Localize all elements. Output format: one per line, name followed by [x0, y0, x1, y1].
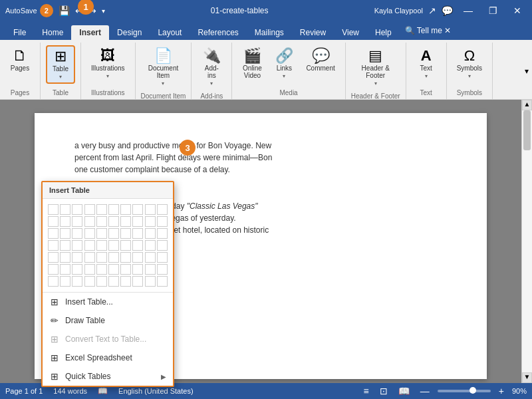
quick-tables-item[interactable]: ⊞ Quick Tables ▶: [43, 367, 173, 386]
table-grid-cell[interactable]: [157, 264, 168, 275]
headerfooter-button[interactable]: ▤ Header &Footer ▾: [357, 45, 394, 90]
table-grid-cell[interactable]: [145, 216, 156, 227]
table-grid-cell[interactable]: [132, 264, 143, 275]
table-grid-cell[interactable]: [48, 240, 59, 251]
table-grid-cell[interactable]: [84, 276, 95, 287]
tab-references[interactable]: References: [190, 25, 246, 40]
table-grid-cell[interactable]: [145, 264, 156, 275]
addins-button[interactable]: 🔌 Add-ins ▾: [197, 45, 226, 90]
table-button[interactable]: ⊞ Table ▾: [46, 45, 75, 84]
table-grid-cell[interactable]: [157, 204, 168, 215]
table-grid-cell[interactable]: [84, 264, 95, 275]
table-grid-cell[interactable]: [96, 276, 107, 287]
table-grid-cell[interactable]: [108, 252, 119, 263]
table-grid-cell[interactable]: [145, 240, 156, 251]
table-grid-cell[interactable]: [96, 240, 107, 251]
close-button[interactable]: ✕: [508, 3, 527, 19]
table-grid-cell[interactable]: [132, 240, 143, 251]
pages-button[interactable]: 🗋 Pages: [5, 45, 35, 75]
links-button[interactable]: 🔗 Links ▾: [269, 45, 299, 82]
table-grid-cell[interactable]: [60, 264, 70, 275]
table-grid-cell[interactable]: [72, 264, 82, 275]
view-layout-icon[interactable]: ⊡: [377, 386, 390, 396]
table-grid-cell[interactable]: [157, 240, 168, 251]
tab-design[interactable]: Design: [109, 25, 150, 40]
table-grid-cell[interactable]: [157, 228, 168, 239]
view-read-icon[interactable]: 📖: [396, 386, 412, 396]
zoom-in-button[interactable]: +: [496, 386, 507, 396]
table-grid-cell[interactable]: [108, 228, 119, 239]
table-grid-cell[interactable]: [96, 252, 107, 263]
scroll-up-button[interactable]: ▲: [522, 100, 532, 110]
comment-button[interactable]: 💬 Comment: [301, 45, 339, 75]
table-grid-cell[interactable]: [132, 252, 143, 263]
table-grid-cell[interactable]: [84, 216, 95, 227]
table-grid-cell[interactable]: [72, 216, 82, 227]
table-grid-cell[interactable]: [120, 276, 131, 287]
table-grid-cell[interactable]: [120, 228, 131, 239]
table-grid-cell[interactable]: [72, 228, 82, 239]
table-grid-cell[interactable]: [60, 240, 70, 251]
table-grid-cell[interactable]: [48, 204, 59, 215]
table-grid-cell[interactable]: [120, 264, 131, 275]
table-grid-cell[interactable]: [132, 204, 143, 215]
table-grid-cell[interactable]: [84, 240, 95, 251]
table-grid-cell[interactable]: [96, 228, 107, 239]
tell-me-input[interactable]: 🔍 Tell me ✕: [405, 26, 451, 35]
table-grid-cell[interactable]: [132, 276, 143, 287]
table-grid-cell[interactable]: [120, 204, 131, 215]
table-grid-cell[interactable]: [120, 216, 131, 227]
table-grid-cell[interactable]: [108, 204, 119, 215]
table-grid-cell[interactable]: [157, 252, 168, 263]
table-grid-cell[interactable]: [60, 276, 70, 287]
table-grid-cell[interactable]: [108, 276, 119, 287]
tab-home[interactable]: Home: [34, 25, 71, 40]
online-video-button[interactable]: 🎬 OnlineVideo: [237, 45, 267, 82]
illustrations-button[interactable]: 🖼 Illustrations ▾: [86, 45, 130, 82]
table-grid-cell[interactable]: [48, 276, 59, 287]
table-grid-cell[interactable]: [132, 216, 143, 227]
zoom-slider[interactable]: [438, 390, 491, 392]
table-grid-cell[interactable]: [60, 252, 70, 263]
table-grid-cell[interactable]: [96, 204, 107, 215]
tab-mailings[interactable]: Mailings: [247, 25, 292, 40]
tab-help[interactable]: Help: [367, 25, 400, 40]
table-grid-cell[interactable]: [96, 264, 107, 275]
tab-file[interactable]: File: [5, 25, 34, 40]
table-grid-cell[interactable]: [60, 228, 70, 239]
table-grid-cell[interactable]: [157, 216, 168, 227]
table-grid-cell[interactable]: [96, 216, 107, 227]
table-grid-cell[interactable]: [145, 204, 156, 215]
table-grid-cell[interactable]: [84, 228, 95, 239]
table-grid-cell[interactable]: [145, 276, 156, 287]
table-grid-cell[interactable]: [145, 228, 156, 239]
table-grid-cell[interactable]: [72, 240, 82, 251]
share-icon[interactable]: ↗: [428, 5, 436, 16]
table-grid-cell[interactable]: [132, 228, 143, 239]
table-grid-cell[interactable]: [84, 252, 95, 263]
table-grid-cell[interactable]: [48, 216, 59, 227]
text-button[interactable]: A Text ▾: [412, 45, 441, 82]
table-grid-cell[interactable]: [48, 228, 59, 239]
table-grid-cell[interactable]: [60, 216, 70, 227]
insert-table-dropdown[interactable]: Insert Table ⊞ Insert Table... ✏ Draw Ta…: [41, 181, 174, 387]
scroll-down-button[interactable]: ▼: [522, 372, 532, 383]
comment-icon[interactable]: 💬: [442, 5, 453, 16]
minimize-button[interactable]: —: [458, 3, 478, 19]
table-grid-cell[interactable]: [108, 240, 119, 251]
tab-view[interactable]: View: [334, 25, 367, 40]
table-grid-cell[interactable]: [72, 276, 82, 287]
symbols-button[interactable]: Ω Symbols ▾: [452, 45, 487, 82]
table-grid-cell[interactable]: [84, 204, 95, 215]
table-grid-cell[interactable]: [108, 216, 119, 227]
table-grid-cell[interactable]: [120, 240, 131, 251]
draw-table-item[interactable]: ✏ Draw Table: [43, 311, 173, 330]
table-grid-cell[interactable]: [120, 252, 131, 263]
tab-insert[interactable]: Insert: [71, 25, 109, 40]
table-grid-cell[interactable]: [48, 252, 59, 263]
tab-layout[interactable]: Layout: [150, 25, 190, 40]
save-icon[interactable]: 💾: [59, 5, 70, 16]
insert-table-item[interactable]: ⊞ Insert Table...: [43, 293, 173, 311]
table-grid-cell[interactable]: [108, 264, 119, 275]
zoom-out-button[interactable]: —: [418, 386, 432, 396]
